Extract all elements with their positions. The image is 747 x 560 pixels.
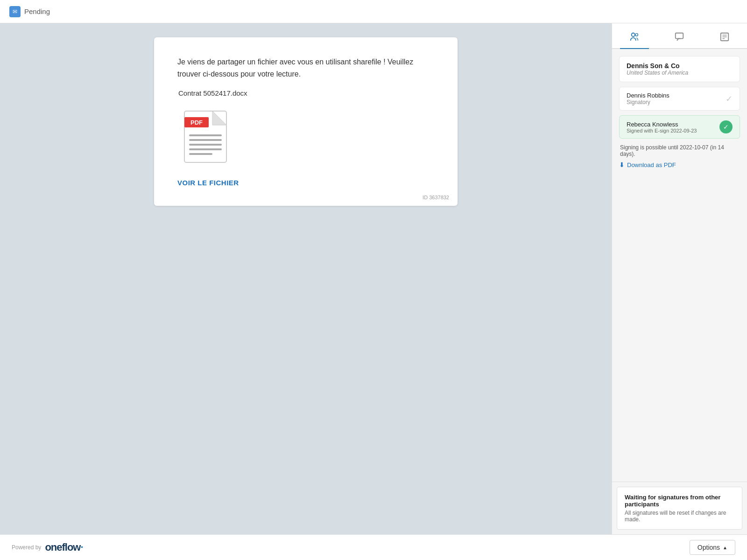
signatory-info-rebecca: Rebecca Knowless Signed with E-sign 2022…	[627, 121, 697, 133]
tab-participants[interactable]	[620, 28, 649, 49]
right-sidebar: Dennis Son & Co United States of America…	[612, 23, 747, 534]
svg-point-9	[632, 33, 635, 36]
party-country: United States of America	[627, 70, 733, 76]
svg-rect-8	[189, 153, 212, 155]
tab-details[interactable]	[710, 28, 739, 49]
oneflow-text: oneflow	[45, 541, 80, 553]
document-id: ID 3637832	[423, 195, 449, 200]
voir-fichier-link[interactable]: VOIR LE FICHIER	[177, 179, 239, 187]
signatory-name-dennis: Dennis Robbins	[627, 92, 669, 99]
signatory-info-dennis: Dennis Robbins Signatory	[627, 92, 669, 105]
svg-rect-11	[676, 33, 684, 39]
waiting-box-sub: All signatures will be reset if changes …	[625, 510, 734, 523]
party-card: Dennis Son & Co United States of America	[619, 56, 740, 82]
oneflow-brand: oneflow·	[45, 541, 83, 553]
download-pdf-link[interactable]: ⬇ Download as PDF	[619, 161, 740, 168]
check-icon-pending: ✓	[726, 94, 733, 104]
status-label: Pending	[24, 7, 50, 15]
oneflow-dot: ·	[80, 541, 83, 553]
details-icon	[719, 32, 730, 42]
email-icon: ✉	[9, 6, 21, 17]
svg-rect-5	[189, 139, 222, 141]
signing-deadline: Signing is possible until 2022-10-07 (in…	[620, 144, 739, 157]
svg-rect-4	[189, 134, 222, 136]
sidebar-bottom-section: Waiting for signatures from other partic…	[612, 482, 747, 534]
oneflow-logo: Powered by oneflow·	[12, 541, 83, 553]
signatory-role-dennis: Signatory	[627, 99, 669, 105]
download-icon: ⬇	[619, 161, 625, 168]
participants-icon	[629, 32, 640, 42]
pdf-icon: PDF	[182, 109, 229, 165]
signatory-row-rebecca: Rebecca Knowless Signed with E-sign 2022…	[619, 115, 740, 139]
check-icon-signed: ✓	[719, 120, 733, 133]
pdf-icon-container: PDF	[182, 109, 229, 165]
powered-by-label: Powered by	[12, 544, 41, 551]
bottom-bar: Powered by oneflow· Options ▲	[0, 534, 747, 560]
content-area: Je viens de partager un fichier avec vou…	[0, 23, 612, 534]
tab-chat[interactable]	[665, 28, 694, 49]
status-area: ✉ Pending	[9, 6, 50, 17]
waiting-box: Waiting for signatures from other partic…	[617, 487, 742, 530]
svg-rect-6	[189, 144, 222, 146]
svg-point-10	[635, 34, 638, 36]
svg-text:PDF: PDF	[190, 119, 203, 126]
chat-icon	[674, 32, 684, 42]
main-layout: Je viens de partager un fichier avec vou…	[0, 23, 747, 534]
document-filename: Contrat 5052417.docx	[177, 89, 434, 97]
waiting-box-title: Waiting for signatures from other partic…	[625, 494, 734, 508]
party-name: Dennis Son & Co	[627, 62, 733, 70]
signatory-row-dennis: Dennis Robbins Signatory ✓	[619, 87, 740, 111]
signatory-name-rebecca: Rebecca Knowless	[627, 121, 697, 128]
sidebar-content: Dennis Son & Co United States of America…	[612, 49, 747, 482]
sidebar-tabs	[612, 23, 747, 49]
caret-up-icon: ▲	[723, 545, 727, 550]
options-button[interactable]: Options ▲	[690, 540, 735, 555]
signed-detail-rebecca: Signed with E-sign 2022-09-23	[627, 128, 697, 133]
download-pdf-label: Download as PDF	[627, 161, 676, 168]
svg-rect-7	[189, 148, 222, 150]
options-label: Options	[698, 544, 720, 551]
top-bar: ✉ Pending	[0, 0, 747, 23]
document-card: Je viens de partager un fichier avec vou…	[154, 37, 458, 206]
document-body-text: Je viens de partager un fichier avec vou…	[177, 56, 434, 80]
